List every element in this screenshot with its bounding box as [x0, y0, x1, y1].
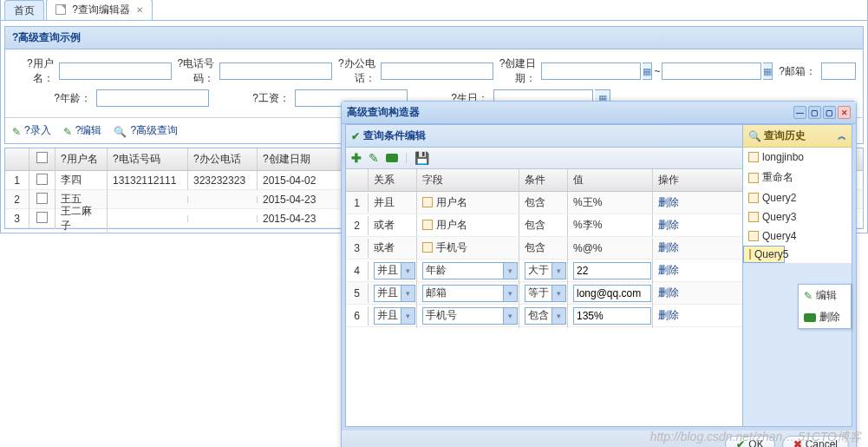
tab-editor-label: ?查询编辑器 [72, 3, 130, 16]
save-button[interactable]: 💾 [414, 151, 429, 165]
panel-title: ?高级查询示例 [5, 27, 863, 49]
cond-row[interactable]: 2或者用户名包含%李%删除 [346, 214, 742, 233]
add-button[interactable]: ✚ [351, 151, 362, 165]
label-created: ?创建日期： [495, 56, 540, 86]
date-sep: ~ [654, 65, 660, 77]
cond-toolbar: ✚ ✎ | 💾 [346, 148, 742, 169]
edit-button[interactable]: ✎ [369, 151, 379, 165]
page-icon [748, 173, 759, 183]
collapse-button[interactable]: — [793, 106, 806, 119]
file-icon [55, 4, 66, 15]
age-field[interactable] [96, 89, 209, 107]
page-icon [748, 212, 759, 222]
phone-field[interactable] [219, 62, 332, 80]
office-field[interactable] [381, 62, 493, 80]
email-field[interactable] [821, 62, 856, 80]
history-item[interactable]: Query3 [743, 207, 852, 227]
history-item[interactable]: Query4 [743, 227, 852, 233]
page-icon [748, 152, 759, 162]
history-item[interactable]: longjinbo [743, 148, 852, 167]
window-title: 高级查询构造器 [347, 105, 420, 120]
delete-button[interactable] [386, 151, 398, 165]
col-field: 字段 [417, 169, 519, 191]
calendar-icon[interactable]: ▦ [763, 62, 773, 80]
chevron-up-icon[interactable]: ︽ [838, 130, 846, 142]
tab-editor[interactable]: ?查询编辑器 ✕ [46, 0, 153, 20]
builder-window: 高级查询构造器 — ▢ ▢ ✕ ✔查询条件编辑 ✚ ✎ | 💾 关系 字段 条件… [341, 101, 857, 233]
col-office[interactable]: ?办公电话 [188, 148, 258, 170]
page-icon [748, 193, 759, 203]
label-salary: ?工资： [211, 91, 293, 106]
history-item[interactable]: 重命名 [743, 167, 852, 188]
advanced-button[interactable]: 🔍?高级查询 [114, 123, 178, 138]
label-age: ?年龄： [12, 91, 95, 106]
magnifier-icon: 🔍 [114, 126, 127, 138]
col-phone[interactable]: ?电话号码 [108, 148, 188, 170]
delete-link[interactable]: 删除 [658, 219, 679, 231]
created-from-field[interactable] [541, 62, 641, 80]
page-icon [422, 197, 433, 207]
created-to-field[interactable] [662, 62, 761, 80]
page-icon [748, 231, 759, 233]
label-phone: ?电话号码： [173, 56, 219, 86]
col-rel: 关系 [369, 169, 417, 191]
delete-link[interactable]: 删除 [658, 196, 679, 208]
pencil-icon: ✎ [12, 126, 21, 138]
checkbox-all[interactable] [36, 152, 48, 163]
close-icon[interactable]: ✕ [136, 5, 143, 15]
checkbox[interactable] [36, 174, 48, 185]
tab-home[interactable]: 首页 [4, 0, 44, 20]
checkbox[interactable] [36, 212, 48, 223]
magnifier-icon: 🔍 [748, 130, 761, 142]
input-button[interactable]: ✎?录入 [12, 123, 51, 138]
history-title: 查询历史 [764, 128, 806, 143]
tab-bar: 首页 ?查询编辑器 ✕ [1, 0, 867, 21]
checkbox[interactable] [36, 193, 48, 204]
edit-button[interactable]: ✎?编辑 [63, 123, 102, 138]
cond-title: 查询条件编辑 [363, 128, 426, 143]
calendar-icon[interactable]: ▦ [643, 62, 652, 80]
col-cond: 条件 [519, 169, 568, 191]
history-item[interactable]: Query2 [743, 188, 852, 207]
col-op: 操作 [653, 169, 742, 191]
maximize-button[interactable]: ▢ [823, 106, 836, 119]
minimize-button[interactable]: ▢ [808, 106, 821, 119]
page-icon [422, 220, 433, 230]
label-user: ?用户名： [12, 56, 57, 86]
label-office: ?办公电话： [334, 56, 379, 86]
user-field[interactable] [59, 62, 172, 80]
pencil-icon: ✎ [63, 126, 72, 138]
cond-row[interactable]: 1并且用户名包含%王%删除 [346, 192, 742, 214]
col-val: 值 [568, 169, 653, 191]
label-email: ?邮箱： [774, 64, 819, 79]
col-user[interactable]: ?用户名 [55, 148, 108, 170]
close-button[interactable]: ✕ [838, 106, 851, 119]
check-icon: ✔ [351, 130, 360, 142]
